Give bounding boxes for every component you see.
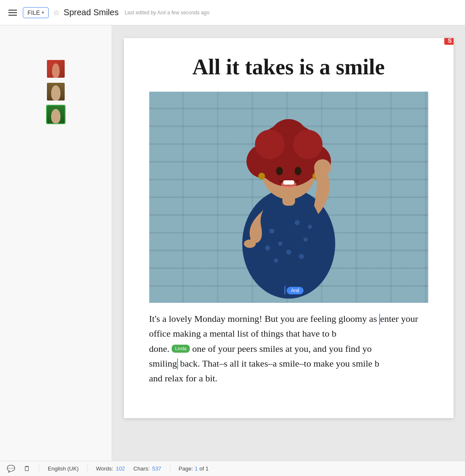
file-label: FILE [27, 9, 40, 16]
page-label: Page: [179, 465, 193, 472]
svg-point-7 [299, 254, 304, 259]
svg-point-16 [255, 130, 284, 159]
page-info: Page: 1 of 1 [179, 465, 209, 472]
star-icon[interactable]: ☆ [53, 8, 60, 17]
language-label: English (UK) [48, 465, 79, 472]
anil-cursor: Anil [284, 286, 304, 294]
status-divider-3 [170, 465, 170, 473]
svg-point-2 [278, 242, 282, 246]
main-area: S All it takes is a smile [0, 25, 465, 461]
document-heading: All it takes is a smile [149, 55, 428, 79]
svg-point-6 [274, 258, 278, 263]
anil-cursor-label: Anil [287, 287, 304, 294]
status-bar: 💬 🗒 English (UK) Words: 102 Chars: 537 P… [0, 461, 465, 476]
linda-text-cursor [177, 359, 178, 370]
body-paragraph: It's a lovely Monday morning! But you ar… [149, 311, 428, 386]
s-badge: S [444, 38, 453, 45]
comment-icon[interactable]: 🗒 [24, 465, 30, 473]
linda-cursor-label: Linda [172, 345, 190, 353]
svg-point-1 [269, 228, 274, 234]
words-label: Words: [96, 465, 113, 472]
body-text-7: and relax for a bit. [149, 373, 218, 384]
svg-point-4 [304, 237, 308, 242]
chat-icon-item[interactable]: 💬 [7, 465, 15, 473]
svg-rect-21 [283, 180, 294, 185]
body-text-1: It's a lovely Monday morning! But you ar… [149, 313, 380, 324]
svg-point-17 [293, 130, 323, 159]
svg-point-8 [308, 225, 312, 229]
status-divider-1 [39, 465, 39, 473]
hamburger-menu[interactable] [7, 8, 19, 17]
svg-point-3 [295, 220, 300, 225]
sidebar [0, 25, 112, 461]
top-bar: FILE ▾ ☆ Spread Smiles Last edited by An… [0, 0, 465, 25]
svg-point-22 [258, 173, 265, 180]
status-divider-2 [87, 465, 88, 473]
body-text-6: back. That–s all it takes–a smile–to mak… [178, 358, 380, 369]
file-button[interactable]: FILE ▾ [23, 7, 49, 18]
chars-count: 537 [152, 465, 161, 472]
page-current: 1 [195, 465, 198, 472]
word-count-item: Words: 102 [96, 465, 125, 472]
svg-point-25 [244, 239, 256, 248]
svg-point-9 [265, 245, 270, 250]
document-body[interactable]: It's a lovely Monday morning! But you ar… [149, 311, 428, 386]
file-chevron: ▾ [42, 10, 44, 15]
document-image: Anil [149, 92, 428, 303]
chat-icon[interactable]: 💬 [7, 465, 15, 473]
document-area[interactable]: S All it takes is a smile [112, 25, 465, 461]
char-count-item: Chars: 537 [134, 465, 161, 472]
page-of: of 1 [200, 465, 209, 472]
last-edited-text: Last edited by Anil a few seconds ago [125, 10, 210, 16]
anil-text-cursor [379, 314, 380, 325]
document-page: S All it takes is a smile [124, 38, 454, 418]
chars-label: Chars: [134, 465, 150, 472]
body-text-5: smiling [149, 358, 177, 369]
body-text-4: one of your peers smiles at you, and you… [190, 343, 372, 354]
avatar-user2[interactable] [46, 82, 66, 101]
svg-point-19 [295, 167, 301, 175]
svg-point-24 [314, 159, 331, 176]
avatar-user1[interactable] [46, 59, 66, 79]
words-count: 102 [116, 465, 125, 472]
comment-icon-item[interactable]: 🗒 [24, 465, 30, 473]
woman-illustration [204, 96, 373, 303]
document-title: Spread Smiles [64, 8, 119, 17]
body-text-3: done. [149, 343, 172, 354]
svg-point-18 [276, 167, 283, 175]
avatar-linda[interactable] [46, 105, 66, 124]
language-item[interactable]: English (UK) [48, 465, 79, 472]
svg-point-5 [286, 250, 291, 255]
